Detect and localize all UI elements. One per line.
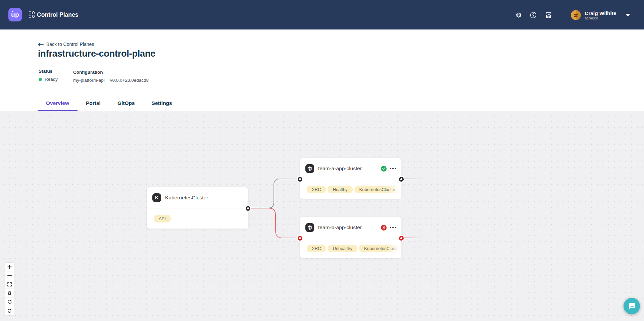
badge-fade [233,208,248,229]
k-letter-icon: K [152,193,161,202]
node-label: team-a-app-cluster [318,166,362,172]
back-link-label: Back to Control Planes [46,42,94,47]
gear-icon [514,11,522,19]
refresh-button[interactable] [5,306,14,315]
zoom-out-button[interactable] [5,271,14,280]
badge-healthy: Healthy [328,186,352,193]
tab-settings[interactable]: Settings [143,96,181,111]
user-org: acmeco [585,16,598,20]
tab-portal[interactable]: Portal [78,96,109,111]
port-source-right[interactable] [399,177,404,182]
user-name[interactable]: Craig Wilhite [585,10,616,16]
plus-icon [7,265,12,269]
lock-button[interactable] [5,289,14,298]
tab-gitops[interactable]: GitOps [109,96,143,111]
node-team-a-app-cluster[interactable]: team-a-app-cluster XRC Healthy Kubernete… [300,158,402,199]
resource-graph-canvas[interactable]: K KubernetesCluster API team-a-app-cl [0,111,644,321]
back-to-control-planes-link[interactable]: Back to Control Planes [38,42,94,47]
page-title: infrastructure-control-plane [38,49,155,59]
help-circle-icon [530,11,537,19]
configuration-label: Configuration [73,70,149,75]
user-menu-chevron-down-icon[interactable] [626,14,630,16]
node-label: team-b-app-cluster [318,224,362,231]
status-ready-dot [39,78,42,81]
storefront-icon [545,11,552,19]
badge-xrc: XRC [307,245,326,252]
badge-kubernetescluster: KubernetesCluster [359,245,401,252]
settings-gear-button[interactable] [514,11,522,19]
badge-kubernetescluster: KubernetesCluster [354,186,401,193]
node-header: K KubernetesCluster [147,187,248,208]
node-menu-ellipsis[interactable] [390,226,396,230]
unhealthy-x-icon [381,225,387,231]
logo-text: up [11,11,19,18]
port-target-left[interactable] [298,177,302,182]
badge-api: API [154,215,171,222]
status-label: Status [39,69,58,74]
node-menu-ellipsis[interactable] [390,167,396,171]
configuration-version: v0.0.0+23.0edacd8 [110,78,149,83]
node-badges: API [147,208,248,229]
upbound-logo[interactable]: up [8,8,22,21]
apps-grid-icon[interactable] [29,11,35,18]
fit-view-button[interactable] [5,280,14,289]
node-badges: XRC Unhealthy KubernetesCluster [300,238,401,258]
node-header: team-b-app-cluster [300,217,401,238]
minus-icon [7,273,12,278]
tab-bar: Overview Portal GitOps Settings [38,96,181,111]
status-block: Status Ready [39,69,58,82]
node-team-b-app-cluster[interactable]: team-b-app-cluster XRC Unhealthy Kuberne… [300,217,402,258]
layers-icon [305,164,314,173]
port-target-left[interactable] [298,236,302,241]
rotate-icon [7,300,12,304]
user-avatar[interactable] [571,10,581,20]
tab-overview[interactable]: Overview [38,96,78,111]
marketplace-button[interactable] [544,11,552,19]
edge-k-to-team-a [249,179,300,208]
node-label: KubernetesCluster [165,195,208,201]
lock-icon [7,291,12,295]
app-title: Control Planes [37,0,79,29]
edges-layer [0,111,644,321]
help-button[interactable] [529,11,537,19]
badge-unhealthy: Unhealthy [328,245,357,252]
canvas-controls [5,262,14,315]
edge-k-to-team-b [249,208,300,238]
chat-bubble-icon [628,302,636,310]
layers-icon [305,223,314,232]
rotate-button[interactable] [5,298,14,306]
configuration-block: Configuration my-platform-api v0.0.0+23.… [73,70,149,83]
badge-xrc: XRC [307,186,326,193]
chat-launcher-button[interactable] [624,298,640,314]
node-kubernetescluster[interactable]: K KubernetesCluster API [147,187,248,229]
fit-view-icon [7,282,12,286]
configuration-name: my-platform-api [73,78,105,83]
node-header: team-a-app-cluster [300,158,401,179]
meta-divider [64,70,64,85]
port-source-right[interactable] [246,206,250,211]
healthy-check-icon [381,166,387,172]
arrow-left-icon [38,42,44,47]
port-source-right[interactable] [399,236,404,241]
zoom-in-button[interactable] [5,263,14,271]
top-navbar: up Control Planes [0,0,644,29]
status-value: Ready [45,77,58,82]
app-root: up Control Planes [0,0,644,321]
node-badges: XRC Healthy KubernetesCluster [300,179,401,199]
refresh-icon [7,309,12,313]
